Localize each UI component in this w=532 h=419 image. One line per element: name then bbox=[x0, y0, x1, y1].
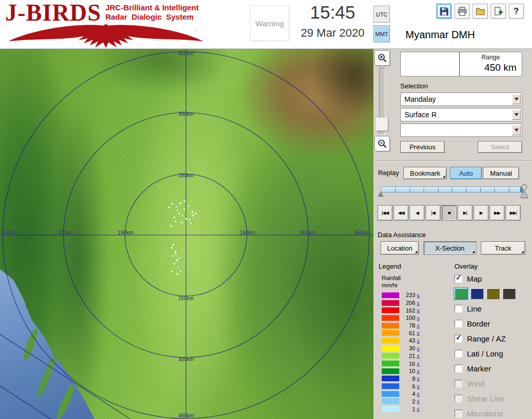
legend-heading: Legend bbox=[379, 262, 401, 270]
zoom-slider-thumb[interactable] bbox=[376, 118, 388, 131]
legend-color-swatch bbox=[382, 315, 399, 321]
warning-indicator: Warning bbox=[250, 6, 289, 41]
range-az-checkbox[interactable]: ✓ bbox=[455, 335, 462, 343]
x-section-button[interactable]: X-Section bbox=[424, 241, 476, 255]
print-button[interactable] bbox=[455, 4, 470, 19]
legend-scale: 233≤206≤162≤100≤78≤61≤43≤30≤21≤16≤10≤8≤6… bbox=[382, 291, 420, 413]
legend-item: 30≤ bbox=[382, 345, 420, 352]
help-button[interactable]: ? bbox=[509, 4, 524, 19]
legend-color-swatch bbox=[382, 391, 399, 397]
radar-echo bbox=[173, 244, 174, 245]
utc-button[interactable]: UTC bbox=[373, 6, 390, 23]
range-ring-label: 300km bbox=[300, 230, 316, 236]
timeline-track[interactable] bbox=[381, 187, 523, 193]
range-ring-label: 150km bbox=[240, 230, 255, 236]
zoom-in-button[interactable] bbox=[374, 50, 390, 66]
legend-color-swatch bbox=[382, 353, 399, 359]
legend-value: 61 bbox=[404, 330, 415, 336]
less-equal-symbol: ≤ bbox=[417, 353, 420, 359]
bookmark-button[interactable]: Bookmark bbox=[403, 167, 447, 179]
legend-item: 21≤ bbox=[382, 352, 420, 360]
selection-heading: Selection bbox=[400, 82, 428, 90]
location-button[interactable]: Location bbox=[381, 241, 419, 255]
playback-fast-forward-button[interactable]: ▶▶ bbox=[490, 205, 505, 221]
open-folder-button[interactable] bbox=[473, 4, 488, 19]
select-button[interactable]: Select bbox=[478, 141, 522, 153]
legend-value: 21 bbox=[404, 353, 415, 359]
help-icon: ? bbox=[514, 7, 519, 16]
radar-echo bbox=[171, 271, 173, 272]
playback-fast-backward-button[interactable]: ◀◀ bbox=[394, 205, 409, 221]
product-dropdown[interactable]: Surface R bbox=[400, 108, 522, 121]
radar-echo bbox=[177, 267, 179, 268]
radar-echo bbox=[171, 203, 173, 205]
timeline-handle[interactable] bbox=[519, 183, 529, 199]
lati-long-checkbox[interactable] bbox=[455, 350, 462, 358]
radar-echo bbox=[182, 215, 183, 216]
auto-mode-button[interactable]: Auto bbox=[450, 167, 482, 179]
radar-echo bbox=[195, 213, 196, 214]
zoom-out-button[interactable] bbox=[374, 136, 390, 151]
overlay-item-range-az: ✓Range / AZ bbox=[455, 331, 532, 346]
legend-item: 162≤ bbox=[382, 306, 420, 314]
less-equal-symbol: ≤ bbox=[417, 292, 420, 298]
previous-button[interactable]: Previous bbox=[400, 141, 445, 153]
radar-echo bbox=[172, 255, 174, 257]
track-button[interactable]: Track bbox=[481, 241, 525, 255]
overlay-item-label: Border bbox=[467, 319, 490, 328]
legend-value: 233 bbox=[404, 292, 415, 298]
legend-value: 206 bbox=[404, 300, 415, 306]
j-birds-app: J-BIRDSJRC-Brilliant & IntelligentRadar … bbox=[0, 0, 532, 419]
option-dropdown[interactable] bbox=[400, 123, 522, 137]
border-checkbox[interactable] bbox=[455, 320, 462, 328]
station-title: Myanmar DMH bbox=[405, 29, 475, 41]
playback-play-backward-button[interactable]: ◀ bbox=[410, 205, 425, 221]
overlay-item-shear-line: Shear Line bbox=[455, 391, 532, 406]
playback-stop-button[interactable]: ■ bbox=[442, 205, 457, 221]
legend-unit-line1: Rainfall bbox=[382, 275, 401, 281]
radar-map[interactable]: 450km300km150km150km300km450km450km300km… bbox=[0, 49, 373, 419]
marker-checkbox[interactable] bbox=[455, 365, 462, 373]
map-color-swatch[interactable] bbox=[471, 288, 483, 299]
radar-echo bbox=[178, 213, 180, 214]
export-button[interactable] bbox=[491, 4, 506, 19]
legend-value: 4 bbox=[404, 391, 415, 397]
site-dropdown[interactable]: Mandalay bbox=[400, 92, 522, 106]
playback-play-forward-button[interactable]: ▶ bbox=[474, 205, 489, 221]
timeline-start-marker[interactable] bbox=[378, 191, 384, 197]
dropdown-arrow-button[interactable] bbox=[512, 94, 521, 104]
clock-date: 29 Mar 2020 bbox=[293, 26, 372, 40]
clock: 15:45 29 Mar 2020 bbox=[293, 2, 372, 40]
radar-echo bbox=[187, 205, 189, 207]
playback-step-backward-button[interactable]: |◀ bbox=[426, 205, 441, 221]
save-button[interactable] bbox=[436, 4, 451, 19]
map-color-options bbox=[455, 286, 532, 301]
playback-go-to-start-button[interactable]: |◀◀ bbox=[378, 205, 393, 221]
map-color-swatch[interactable] bbox=[455, 288, 467, 299]
line-checkbox[interactable] bbox=[455, 305, 462, 313]
replay-timeline[interactable] bbox=[378, 182, 529, 201]
radar-echo bbox=[178, 257, 180, 259]
mmt-button[interactable]: MMT bbox=[373, 25, 390, 42]
overlay-item-border: Border bbox=[455, 316, 532, 331]
map-checkbox[interactable]: ✓ bbox=[455, 275, 462, 283]
zoom-slider-track[interactable] bbox=[379, 68, 385, 135]
app-logo: J-BIRDSJRC-Brilliant & IntelligentRadar … bbox=[5, 1, 222, 49]
radar-echo bbox=[180, 203, 181, 204]
overlay-item-line: Line bbox=[455, 301, 532, 316]
map-color-swatch[interactable] bbox=[503, 288, 515, 299]
range-ring-label: 300km bbox=[178, 111, 194, 117]
microburst-checkbox bbox=[455, 410, 462, 417]
timeline-tick bbox=[410, 188, 410, 192]
playback-step-forward-button[interactable]: ▶| bbox=[458, 205, 473, 221]
legend-value: 10 bbox=[404, 368, 415, 374]
dropdown-arrow-button[interactable] bbox=[512, 125, 521, 135]
legend-color-swatch bbox=[382, 292, 399, 298]
playback-go-to-end-button[interactable]: ▶▶| bbox=[506, 205, 521, 221]
dropdown-arrow-button[interactable] bbox=[512, 110, 521, 120]
radar-echo bbox=[176, 206, 177, 208]
map-color-swatch[interactable] bbox=[487, 288, 499, 299]
data-assistance-heading: Data Assistance bbox=[378, 231, 426, 239]
legend-item: 4≤ bbox=[382, 390, 420, 398]
manual-mode-button[interactable]: Manual bbox=[483, 167, 519, 179]
